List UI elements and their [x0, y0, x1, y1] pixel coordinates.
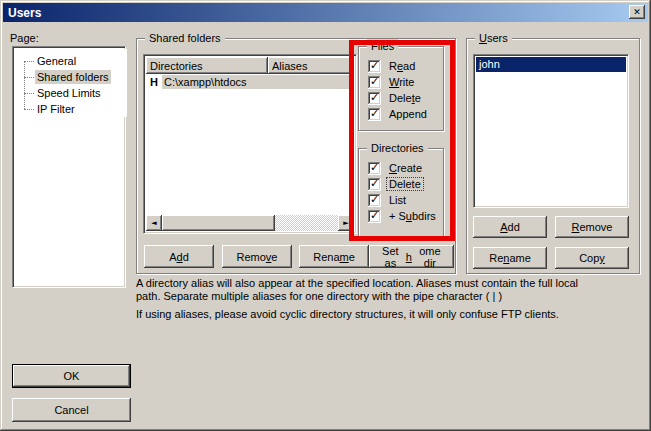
checkbox-label: Read	[387, 60, 417, 72]
files-legend: Files	[367, 39, 398, 53]
close-button[interactable]: ✕	[629, 5, 645, 19]
tree-item-general[interactable]: General	[15, 53, 127, 69]
users-dialog: Users ✕ Page: General Shared folders Spe…	[0, 0, 651, 431]
checkbox-delete-dirs[interactable]: ✓ Delete	[368, 176, 423, 192]
remove-user-button[interactable]: Remove	[555, 216, 629, 238]
tree-item-label: Speed Limits	[35, 86, 103, 100]
read-checkbox[interactable]: ✓	[368, 60, 381, 73]
tree-item-speed-limits[interactable]: Speed Limits	[15, 85, 127, 101]
add-user-button[interactable]: Add	[473, 216, 547, 238]
tree-item-shared-folders[interactable]: Shared folders	[15, 69, 127, 85]
checkmark-icon: ✓	[370, 76, 379, 87]
checkbox-write[interactable]: ✓ Write	[368, 74, 416, 90]
users-legend: Users	[475, 31, 512, 45]
checkmark-icon: ✓	[370, 194, 379, 205]
scroll-right-button[interactable]: ►	[338, 215, 354, 231]
checkbox-delete-files[interactable]: ✓ Delete	[368, 90, 423, 106]
rename-folder-button[interactable]: Rename	[299, 245, 369, 268]
delete-files-checkbox[interactable]: ✓	[368, 92, 381, 105]
directory-path: C:\xampp\htdocs	[162, 75, 354, 89]
delete-dirs-checkbox[interactable]: ✓	[368, 178, 381, 191]
add-folder-button[interactable]: Add	[144, 245, 214, 268]
rename-user-button[interactable]: Rename	[473, 247, 547, 269]
tree-item-label: IP Filter	[35, 102, 77, 116]
checkbox-subdirs[interactable]: ✓ + Subdirs	[368, 208, 438, 224]
note-line: path. Separate multiple aliases for one …	[136, 290, 578, 303]
checkmark-icon: ✓	[370, 92, 379, 103]
checkbox-label: Append	[387, 108, 429, 120]
column-header-aliases[interactable]: Aliases	[268, 57, 354, 74]
checkbox-label: + Subdirs	[387, 210, 438, 222]
directory-row[interactable]: H C:\xampp\htdocs	[146, 74, 354, 90]
checkbox-label: List	[387, 194, 408, 206]
title-bar[interactable]: Users ✕	[3, 3, 648, 22]
ok-button[interactable]: OK	[12, 364, 131, 388]
close-icon: ✕	[633, 8, 641, 17]
subdirs-checkbox[interactable]: ✓	[368, 210, 381, 223]
column-header-directories[interactable]: Directories	[146, 57, 268, 74]
window-title: Users	[8, 6, 41, 20]
remove-folder-button[interactable]: Remove	[222, 245, 292, 268]
checkbox-list[interactable]: ✓ List	[368, 192, 408, 208]
checkmark-icon: ✓	[370, 178, 379, 189]
arrow-right-icon: ►	[343, 220, 348, 227]
user-row-john[interactable]: john	[476, 57, 626, 72]
checkbox-label: Delete	[387, 178, 423, 190]
create-checkbox[interactable]: ✓	[368, 162, 381, 175]
alias-notes: A directory alias will also appear at th…	[136, 277, 578, 321]
note-line: If using aliases, please avoid cyclic di…	[136, 308, 578, 321]
users-list: john	[473, 54, 629, 208]
append-checkbox[interactable]: ✓	[368, 108, 381, 121]
directories-list: Directories Aliases H C:\xampp\htdocs ◄ …	[143, 54, 357, 234]
checkbox-label: Write	[387, 76, 416, 88]
note-line: A directory alias will also appear at th…	[136, 277, 578, 290]
cancel-button[interactable]: Cancel	[12, 398, 131, 422]
checkbox-label: Create	[387, 162, 424, 174]
scrollbar-thumb[interactable]	[162, 215, 275, 231]
checkbox-append[interactable]: ✓ Append	[368, 106, 429, 122]
checkbox-label: Delete	[387, 92, 423, 104]
checkbox-create[interactable]: ✓ Create	[368, 160, 424, 176]
tree-item-label: General	[35, 54, 78, 68]
checkmark-icon: ✓	[370, 108, 379, 119]
list-header: Directories Aliases	[146, 57, 354, 74]
list-checkbox[interactable]: ✓	[368, 194, 381, 207]
copy-user-button[interactable]: Copy	[555, 247, 629, 269]
scroll-left-button[interactable]: ◄	[146, 215, 162, 231]
directories-legend: Directories	[367, 141, 428, 155]
tree-item-ip-filter[interactable]: IP Filter	[15, 101, 127, 117]
home-marker: H	[146, 76, 162, 88]
page-tree: General Shared folders Speed Limits IP F…	[12, 46, 126, 288]
horizontal-scrollbar[interactable]: ◄ ►	[146, 215, 354, 231]
checkmark-icon: ✓	[370, 162, 379, 173]
checkbox-read[interactable]: ✓ Read	[368, 58, 417, 74]
set-home-dir-button[interactable]: Set as home dir	[369, 245, 454, 268]
arrow-left-icon: ◄	[151, 220, 156, 227]
shared-folders-legend: Shared folders	[145, 31, 225, 45]
scrollbar-track[interactable]	[275, 215, 338, 231]
checkmark-icon: ✓	[370, 210, 379, 221]
write-checkbox[interactable]: ✓	[368, 76, 381, 89]
tree-item-label: Shared folders	[35, 70, 111, 84]
checkmark-icon: ✓	[370, 60, 379, 71]
page-label: Page:	[10, 32, 39, 44]
